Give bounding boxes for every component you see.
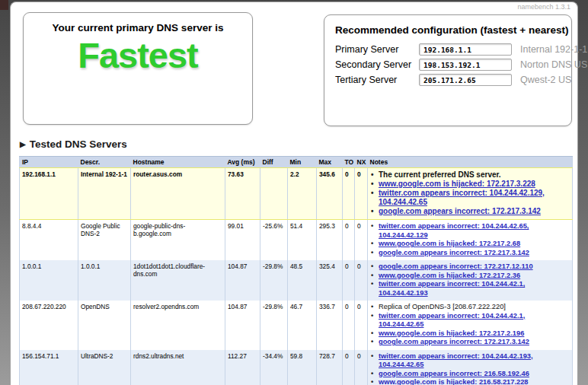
cell-avg-ms: 104.87 (225, 260, 260, 301)
current-dns-verdict: Fastest (24, 34, 252, 76)
cell-timeouts: 0 (343, 350, 355, 385)
note-link[interactable]: google.com appears incorrect: 172.217.3.… (370, 338, 570, 347)
note-link[interactable]: www.google.com is hijacked: 172.217.2.68 (370, 240, 570, 249)
cell-ip: 208.67.220.220 (20, 301, 78, 350)
note-link[interactable]: www.google.com is hijacked: 172.217.3.22… (370, 180, 570, 189)
note-link[interactable]: twitter.com appears incorrect: 104.244.4… (370, 352, 570, 370)
cell-notes: google.com appears incorrect: 172.217.12… (368, 260, 573, 301)
cell-max: 295.3 (317, 220, 343, 261)
cell-diff: -29.8% (260, 260, 288, 301)
cell-notes: twitter.com appears incorrect: 104.244.4… (368, 220, 573, 261)
cell-max: 728.7 (317, 350, 343, 385)
note-link[interactable]: google.com appears incorrect: 172.217.3.… (370, 207, 570, 216)
tertiary-server-label: Tertiary Server (335, 75, 419, 85)
cell-hostname: rdns2.ultradns.net (131, 350, 225, 385)
note-link[interactable]: www.google.com is hijacked: 172.217.2.36 (370, 272, 570, 281)
secondary-server-note: Norton DNS US (520, 59, 587, 70)
cell-nx: 0 (355, 168, 368, 220)
column-header-max: Max (317, 157, 343, 168)
collapse-arrow-icon: ▶ (20, 140, 26, 148)
cell-timeouts: 0 (343, 168, 355, 220)
cell-descr: UltraDNS-2 (78, 350, 131, 385)
note-list: The current preferred DNS server.www.goo… (370, 170, 570, 216)
cell-ip: 8.8.4.4 (20, 220, 78, 261)
cell-ip: 192.168.1.1 (20, 168, 78, 220)
tested-dns-servers-header[interactable]: ▶Tested DNS Servers (20, 138, 127, 150)
recommended-config-panel: Recommended configuration (fastest + nea… (324, 14, 572, 126)
tertiary-server-row: Tertiary Server Qwest-2 US (335, 74, 571, 86)
cell-timeouts: 0 (343, 220, 355, 261)
cell-diff (260, 168, 288, 220)
cell-hostname: resolver2.opendns.com (131, 301, 225, 350)
note-text: Replica of OpenDNS-3 [208.67.222.220] (370, 303, 570, 312)
tested-dns-servers-title: Tested DNS Servers (30, 138, 127, 150)
primary-server-note: Internal 192-1-1 (520, 44, 587, 55)
window-corner (0, 0, 8, 10)
cell-min: 2.2 (288, 168, 317, 220)
note-text: The current preferred DNS server. (370, 170, 570, 180)
note-link[interactable]: twitter.com appears incorrect: 104.244.4… (370, 312, 570, 329)
column-header-ip: IP (20, 157, 78, 168)
cell-hostname: router.asus.com (131, 168, 225, 220)
note-list: Replica of OpenDNS-3 [208.67.222.220]twi… (370, 303, 570, 347)
dns-results-table: IP Descr. Hostname Avg (ms) Diff Min Max… (19, 156, 573, 385)
column-header-diff: Diff (260, 157, 288, 168)
secondary-server-row: Secondary Server Norton DNS US (335, 59, 571, 71)
note-link[interactable]: www.google.com is hijacked: 216.58.217.2… (370, 378, 570, 385)
table-row: 208.67.220.220 OpenDNS resolver2.opendns… (20, 301, 573, 350)
table-header-row: IP Descr. Hostname Avg (ms) Diff Min Max… (20, 157, 573, 168)
cell-max: 336.7 (317, 301, 343, 350)
primary-server-row: Primary Server Internal 192-1-1 (335, 43, 571, 56)
table-row: 1.0.0.1 1.0.0.1 1dot1dot1dot1.cloudflare… (20, 260, 573, 301)
secondary-server-ip-input[interactable] (419, 59, 512, 71)
cell-nx: 0 (355, 220, 368, 261)
cell-ip: 156.154.71.1 (20, 350, 78, 385)
cell-notes: The current preferred DNS server.www.goo… (368, 168, 573, 220)
cell-min: 59.8 (288, 350, 317, 385)
cell-ip: 1.0.0.1 (20, 260, 78, 301)
column-header-min: Min (288, 157, 317, 168)
primary-server-ip-input[interactable] (419, 43, 512, 56)
namebench-results-page: namebench 1.3.1 Your current primary DNS… (10, 2, 578, 385)
tertiary-server-ip-input[interactable] (419, 74, 512, 86)
cell-diff: -29.8% (260, 301, 288, 350)
cell-nx: 0 (355, 260, 368, 301)
table-row: 156.154.71.1 UltraDNS-2 rdns2.ultradns.n… (20, 350, 573, 385)
cell-avg-ms: 99.01 (225, 220, 260, 261)
cell-diff: -34.4% (260, 350, 288, 385)
note-link[interactable]: twitter.com appears incorrect: 104.244.4… (370, 280, 570, 298)
note-link[interactable]: www.google.com is hijacked: 172.217.2.19… (370, 329, 570, 339)
cell-descr: Google Public DNS-2 (78, 220, 131, 261)
table-row: 192.168.1.1 Internal 192-1-1 router.asus… (20, 168, 573, 220)
note-link[interactable]: twitter.com appears incorrect: 104.244.4… (370, 222, 570, 240)
cell-nx: 0 (355, 301, 368, 350)
cell-avg-ms: 73.63 (225, 168, 260, 220)
cell-max: 345.6 (317, 168, 343, 220)
note-link[interactable]: google.com appears incorrect: 172.217.12… (370, 262, 570, 272)
app-version-label: namebench 1.3.1 (517, 3, 570, 11)
cell-avg-ms: 112.27 (225, 350, 260, 385)
secondary-server-label: Secondary Server (335, 59, 419, 70)
cell-diff: -25.6% (260, 220, 288, 261)
cell-descr: 1.0.0.1 (78, 260, 131, 301)
cell-timeouts: 0 (343, 301, 355, 350)
note-link[interactable]: google.com appears incorrect: 216.58.192… (370, 370, 570, 379)
current-dns-title: Your current primary DNS server is (24, 22, 252, 33)
note-link[interactable]: google.com appears incorrect: 172.217.3.… (370, 249, 570, 258)
column-header-to: TO (343, 157, 355, 168)
current-dns-panel: Your current primary DNS server is Faste… (23, 12, 253, 125)
note-link[interactable]: twitter.com appears incorrect: 104.244.4… (370, 189, 570, 207)
cell-hostname: 1dot1dot1dot1.cloudflare-dns.com (131, 260, 225, 301)
cell-timeouts: 0 (343, 260, 355, 301)
column-header-nx: NX (355, 157, 368, 168)
cell-descr: Internal 192-1-1 (78, 168, 131, 220)
cell-descr: OpenDNS (78, 301, 131, 350)
note-list: twitter.com appears incorrect: 104.244.4… (370, 352, 570, 385)
cell-hostname: google-public-dns-b.google.com (131, 220, 225, 261)
table-row: 8.8.4.4 Google Public DNS-2 google-publi… (20, 220, 573, 261)
cell-avg-ms: 104.87 (225, 301, 260, 350)
cell-nx: 0 (355, 350, 368, 385)
cell-notes: twitter.com appears incorrect: 104.244.4… (368, 350, 573, 385)
primary-server-label: Primary Server (335, 44, 419, 55)
column-header-descr: Descr. (78, 157, 131, 168)
